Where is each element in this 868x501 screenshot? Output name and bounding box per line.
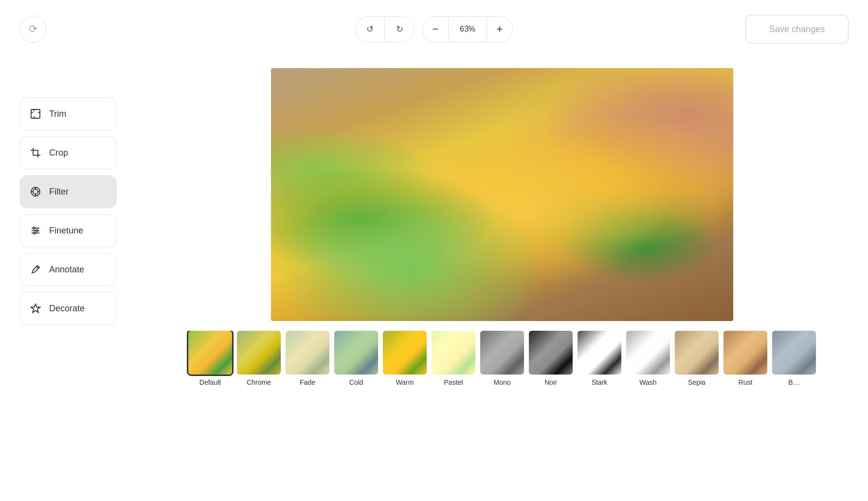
filter-item-fade[interactable]: Fade <box>283 331 332 386</box>
filter-label-pastel: Pastel <box>444 378 463 386</box>
filter-item-sepia[interactable]: Sepia <box>672 331 721 386</box>
filter-label-b: B… <box>788 378 799 386</box>
filter-item-wash[interactable]: Wash <box>624 331 672 386</box>
sidebar-item-label-finetune: Finetune <box>49 226 83 236</box>
decorate-icon <box>30 303 41 314</box>
annotate-icon <box>30 264 41 275</box>
filter-item-pastel[interactable]: Pastel <box>429 331 478 386</box>
zoom-in-button[interactable]: + <box>487 17 512 42</box>
sidebar-item-label-filter: Filter <box>49 187 69 197</box>
sidebar-item-label-crop: Crop <box>49 148 68 158</box>
svg-point-19 <box>36 230 38 232</box>
filter-label-default: Default <box>199 378 221 386</box>
filter-item-rust[interactable]: Rust <box>721 331 770 386</box>
filter-thumb-warm <box>383 331 427 375</box>
filter-thumb-fade <box>286 331 329 375</box>
sidebar-item-label-decorate: Decorate <box>49 304 85 314</box>
filter-icon <box>30 186 41 197</box>
sidebar: Trim Crop Filter <box>0 58 136 501</box>
filter-thumb-wash <box>626 331 670 375</box>
filter-strip: Default Chrome Fade Cold <box>146 331 858 386</box>
svg-rect-0 <box>31 109 40 118</box>
filter-label-warm: Warm <box>396 378 414 386</box>
filter-item-cold[interactable]: Cold <box>332 331 380 386</box>
sidebar-item-decorate[interactable]: Decorate <box>19 292 117 325</box>
svg-point-18 <box>33 227 35 229</box>
filter-thumb-sepia <box>675 331 719 375</box>
save-changes-button[interactable]: Save changes <box>745 15 849 44</box>
filter-thumb-cold <box>334 331 378 375</box>
filter-item-noir[interactable]: Noir <box>526 331 575 386</box>
crop-icon <box>30 147 41 158</box>
filter-item-default[interactable]: Default <box>186 331 235 386</box>
filter-thumb-pastel <box>432 331 475 375</box>
sidebar-item-label-annotate: Annotate <box>49 265 84 275</box>
filter-label-cold: Cold <box>349 378 363 386</box>
filter-thumb-stark <box>578 331 621 375</box>
sidebar-item-finetune[interactable]: Finetune <box>19 214 117 247</box>
filter-item-b[interactable]: B… <box>770 331 818 386</box>
sidebar-item-filter[interactable]: Filter <box>19 175 117 208</box>
filter-label-sepia: Sepia <box>688 378 705 386</box>
undo-redo-group: ↺ ↻ <box>355 16 415 42</box>
svg-point-10 <box>33 189 38 194</box>
filter-item-mono[interactable]: Mono <box>478 331 526 386</box>
main-image <box>271 68 733 321</box>
canvas-area: Default Chrome Fade Cold <box>136 58 868 501</box>
zoom-group: − 63% + <box>422 16 513 42</box>
sidebar-item-annotate[interactable]: Annotate <box>19 253 117 286</box>
image-container <box>271 68 733 321</box>
sidebar-item-trim[interactable]: Trim <box>19 97 117 130</box>
filter-label-fade: Fade <box>300 378 315 386</box>
filter-thumb-mono <box>480 331 524 375</box>
filter-label-wash: Wash <box>639 378 656 386</box>
filter-label-rust: Rust <box>739 378 753 386</box>
filter-label-stark: Stark <box>592 378 608 386</box>
plus-icon: + <box>497 23 503 36</box>
redo-icon: ↻ <box>396 24 403 35</box>
svg-marker-22 <box>31 304 40 313</box>
zoom-out-button[interactable]: − <box>423 17 448 42</box>
filter-label-chrome: Chrome <box>247 378 271 386</box>
filter-item-warm[interactable]: Warm <box>380 331 429 386</box>
filter-thumb-b <box>772 331 816 375</box>
filter-thumb-rust <box>723 331 767 375</box>
filter-label-noir: Noir <box>544 378 557 386</box>
filter-thumb-chrome <box>237 331 281 375</box>
filter-scroll: Default Chrome Fade Cold <box>186 331 818 386</box>
minus-icon: − <box>433 23 439 36</box>
svg-point-20 <box>34 232 36 234</box>
filter-item-chrome[interactable]: Chrome <box>235 331 283 386</box>
filter-label-mono: Mono <box>493 378 510 386</box>
zoom-value: 63% <box>448 17 487 42</box>
sidebar-item-label-trim: Trim <box>49 109 66 119</box>
top-toolbar: ⟳ ↺ ↻ − 63% + Save changes <box>0 0 868 58</box>
filter-thumb-default <box>188 331 232 375</box>
finetune-icon <box>30 225 41 236</box>
undo-button[interactable]: ↺ <box>356 17 385 42</box>
trim-icon <box>30 108 41 119</box>
sidebar-item-crop[interactable]: Crop <box>19 136 117 169</box>
filter-thumb-noir <box>529 331 573 375</box>
redo-button[interactable]: ↻ <box>385 17 414 42</box>
filter-item-stark[interactable]: Stark <box>575 331 624 386</box>
history-icon: ⟳ <box>29 23 37 36</box>
undo-icon: ↺ <box>366 24 374 35</box>
history-button[interactable]: ⟳ <box>19 16 47 43</box>
